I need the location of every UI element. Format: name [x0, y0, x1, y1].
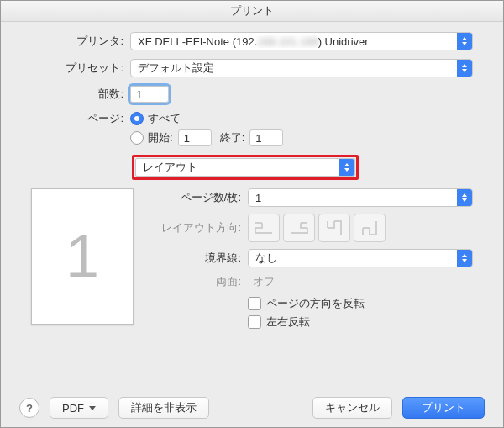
section-highlight: レイアウト: [132, 155, 359, 180]
border-value: なし: [249, 251, 457, 266]
print-button[interactable]: プリント: [402, 397, 485, 419]
layout-dir-3-button[interactable]: [318, 214, 350, 242]
help-icon: ?: [26, 402, 33, 415]
preset-label: プリセット:: [31, 61, 130, 76]
hide-details-button[interactable]: 詳細を非表示: [118, 397, 209, 419]
printer-value-suffix: ) Unidriver: [318, 35, 369, 48]
printer-value-blur: 168.101.188: [257, 35, 318, 48]
chevrons-icon: [457, 60, 472, 77]
help-button[interactable]: ?: [19, 398, 39, 418]
pages-label: ページ:: [31, 111, 130, 126]
page-preview: 1: [31, 188, 134, 325]
preset-popup[interactable]: デフォルト設定: [130, 59, 473, 77]
copies-label: 部数:: [31, 87, 130, 102]
preview-page-number: 1: [66, 222, 99, 291]
flip-horizontal-label: 左右反転: [266, 314, 310, 330]
layout-dir-4-button[interactable]: [354, 214, 386, 242]
reverse-orientation-label: ページの方向を反転: [266, 296, 365, 311]
section-value: レイアウト: [136, 160, 339, 175]
reverse-orientation-checkbox[interactable]: [248, 297, 261, 310]
pps-label: ページ数/枚:: [149, 190, 248, 205]
pages-range-radio[interactable]: [130, 131, 144, 145]
layout-direction-label: レイアウト方向:: [149, 220, 248, 235]
section-popup[interactable]: レイアウト: [135, 158, 355, 177]
chevrons-icon: [457, 33, 472, 50]
pdf-label: PDF: [62, 402, 84, 415]
printer-popup[interactable]: XF DELL-EFI-Note (192.168.101.188) Unidr…: [130, 32, 473, 50]
layout-dir-2-button[interactable]: [283, 214, 315, 242]
chevron-down-icon: [89, 406, 96, 410]
flip-horizontal-checkbox[interactable]: [248, 315, 261, 329]
border-popup[interactable]: なし: [248, 249, 473, 267]
chevrons-icon: [339, 159, 354, 176]
two-sided-value: オフ: [248, 274, 275, 289]
pages-to-label: 終了:: [220, 130, 245, 145]
cancel-button[interactable]: キャンセル: [312, 397, 392, 419]
chevrons-icon: [457, 250, 472, 267]
pages-from-label: 開始:: [148, 130, 173, 145]
pages-to-input[interactable]: 1: [249, 129, 283, 146]
pages-per-sheet-popup[interactable]: 1: [248, 188, 473, 207]
copies-input[interactable]: 1: [130, 86, 169, 103]
chevrons-icon: [457, 189, 472, 206]
pages-all-label: すべて: [148, 111, 181, 126]
preset-value: デフォルト設定: [131, 61, 457, 76]
pdf-menu-button[interactable]: PDF: [50, 397, 108, 419]
print-dialog: プリント プリンタ: XF DELL-EFI-Note (192.168.101…: [0, 0, 504, 428]
pages-from-input[interactable]: 1: [178, 129, 212, 146]
printer-value-prefix: XF DELL-EFI-Note (192.: [138, 35, 257, 48]
pages-all-radio[interactable]: [130, 112, 144, 125]
pps-value: 1: [249, 192, 457, 204]
printer-label: プリンタ:: [31, 34, 130, 49]
layout-dir-1-button[interactable]: [248, 214, 280, 242]
two-sided-label: 両面:: [149, 274, 248, 289]
window-title: プリント: [1, 1, 503, 22]
bottom-bar: ? PDF 詳細を非表示 キャンセル プリント: [1, 388, 503, 427]
border-label: 境界線:: [149, 251, 248, 266]
